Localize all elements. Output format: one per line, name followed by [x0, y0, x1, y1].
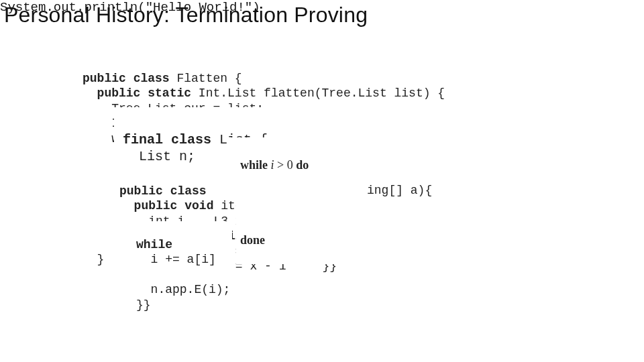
- whileA-l5: }}: [136, 298, 151, 312]
- flatten-sig: Int.List flatten(Tree.List list) {: [199, 86, 445, 100]
- algo-done: done: [240, 233, 265, 247]
- slide-title: Personal History: Termination Proving: [4, 3, 368, 27]
- slide-stage: Personal History: Termination Proving pu…: [0, 0, 644, 362]
- code-layer-while-a: while i += a[i] n.app.E(i); }}: [134, 221, 232, 328]
- code-fragment-ing-a: ing[] a){: [365, 182, 434, 199]
- algo-l1: while i > 0 do: [240, 158, 309, 172]
- kw-public4: public: [134, 199, 178, 213]
- kw-class3: class: [170, 184, 207, 198]
- kw-public2: public: [97, 86, 141, 100]
- kw-static: static: [148, 86, 191, 100]
- kw-while2: while: [136, 238, 172, 251]
- kw-class2: class: [171, 132, 211, 147]
- flatten-l13: }: [83, 253, 104, 266]
- listcls-l2: List n;: [123, 149, 195, 164]
- kw-class: class: [133, 72, 170, 85]
- kw-public3: public: [119, 184, 163, 198]
- kw-public: public: [83, 72, 126, 85]
- code-layer-algo: while i > 0 do done: [236, 141, 358, 264]
- kw-void: void: [184, 199, 213, 213]
- whileA-l4: n.app.E(i);: [136, 283, 230, 296]
- kw-final: final: [123, 132, 163, 147]
- flatten-l1-rest: Flatten {: [176, 72, 241, 85]
- whileA-l2: i += a[i]: [136, 253, 216, 266]
